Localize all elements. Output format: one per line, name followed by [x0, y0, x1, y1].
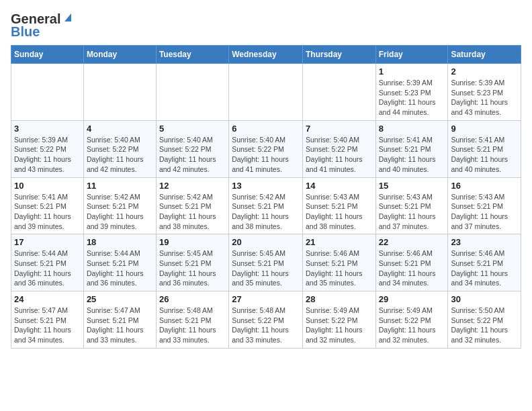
calendar-cell — [302, 64, 375, 121]
day-info: Sunrise: 5:46 AM Sunset: 5:21 PM Dayligh… — [451, 248, 518, 288]
day-number: 1 — [379, 66, 445, 77]
calendar-cell — [229, 64, 303, 121]
calendar-cell — [156, 64, 228, 121]
calendar-cell: 15Sunrise: 5:43 AM Sunset: 5:21 PM Dayli… — [375, 177, 448, 234]
day-number: 5 — [159, 124, 226, 134]
day-info: Sunrise: 5:40 AM Sunset: 5:22 PM Dayligh… — [87, 135, 153, 175]
day-info: Sunrise: 5:49 AM Sunset: 5:22 PM Dayligh… — [306, 306, 373, 345]
header-cell-sunday: Sunday — [11, 46, 84, 64]
day-info: Sunrise: 5:44 AM Sunset: 5:21 PM Dayligh… — [14, 248, 81, 288]
day-number: 9 — [451, 124, 518, 134]
day-info: Sunrise: 5:48 AM Sunset: 5:22 PM Dayligh… — [232, 306, 300, 345]
calendar-cell: 23Sunrise: 5:46 AM Sunset: 5:21 PM Dayli… — [448, 234, 521, 291]
day-number: 26 — [159, 294, 226, 304]
calendar-cell: 2Sunrise: 5:39 AM Sunset: 5:23 PM Daylig… — [448, 64, 521, 121]
day-number: 30 — [451, 294, 518, 304]
day-info: Sunrise: 5:47 AM Sunset: 5:21 PM Dayligh… — [87, 306, 153, 345]
day-info: Sunrise: 5:45 AM Sunset: 5:21 PM Dayligh… — [159, 248, 226, 288]
day-number: 24 — [14, 294, 81, 304]
calendar-cell: 14Sunrise: 5:43 AM Sunset: 5:21 PM Dayli… — [302, 177, 375, 234]
day-number: 4 — [87, 124, 153, 134]
calendar-cell: 6Sunrise: 5:40 AM Sunset: 5:22 PM Daylig… — [229, 120, 303, 177]
header-cell-thursday: Thursday — [302, 46, 375, 64]
day-info: Sunrise: 5:50 AM Sunset: 5:22 PM Dayligh… — [451, 306, 518, 345]
day-number: 12 — [159, 181, 226, 191]
header-cell-wednesday: Wednesday — [229, 46, 303, 64]
day-info: Sunrise: 5:40 AM Sunset: 5:22 PM Dayligh… — [306, 135, 373, 175]
page-header: General Blue — [11, 11, 521, 40]
calendar-cell: 16Sunrise: 5:43 AM Sunset: 5:21 PM Dayli… — [448, 177, 521, 234]
calendar-body: 1Sunrise: 5:39 AM Sunset: 5:23 PM Daylig… — [11, 64, 521, 349]
day-info: Sunrise: 5:46 AM Sunset: 5:21 PM Dayligh… — [379, 248, 445, 288]
day-number: 2 — [451, 66, 518, 77]
day-info: Sunrise: 5:49 AM Sunset: 5:22 PM Dayligh… — [379, 306, 445, 345]
calendar-cell: 26Sunrise: 5:48 AM Sunset: 5:21 PM Dayli… — [156, 291, 228, 349]
day-number: 7 — [306, 124, 373, 134]
day-info: Sunrise: 5:41 AM Sunset: 5:21 PM Dayligh… — [379, 135, 445, 175]
calendar-cell: 12Sunrise: 5:42 AM Sunset: 5:21 PM Dayli… — [156, 177, 228, 234]
calendar-cell — [83, 64, 156, 121]
day-number: 6 — [232, 124, 300, 134]
header-cell-friday: Friday — [375, 46, 448, 64]
svg-marker-0 — [64, 13, 71, 21]
day-info: Sunrise: 5:41 AM Sunset: 5:21 PM Dayligh… — [14, 192, 81, 232]
day-info: Sunrise: 5:45 AM Sunset: 5:21 PM Dayligh… — [232, 248, 300, 288]
calendar-cell: 10Sunrise: 5:41 AM Sunset: 5:21 PM Dayli… — [11, 177, 84, 234]
logo-blue-text: Blue — [11, 24, 40, 40]
calendar-cell: 4Sunrise: 5:40 AM Sunset: 5:22 PM Daylig… — [83, 120, 156, 177]
calendar-cell: 9Sunrise: 5:41 AM Sunset: 5:21 PM Daylig… — [448, 120, 521, 177]
calendar-cell — [11, 64, 84, 121]
calendar-week-row: 17Sunrise: 5:44 AM Sunset: 5:21 PM Dayli… — [11, 234, 521, 291]
day-info: Sunrise: 5:40 AM Sunset: 5:22 PM Dayligh… — [159, 135, 226, 175]
calendar-cell: 5Sunrise: 5:40 AM Sunset: 5:22 PM Daylig… — [156, 120, 228, 177]
calendar-cell: 13Sunrise: 5:42 AM Sunset: 5:21 PM Dayli… — [229, 177, 303, 234]
day-number: 16 — [451, 181, 518, 191]
day-number: 14 — [306, 181, 373, 191]
header-cell-tuesday: Tuesday — [156, 46, 228, 64]
day-number: 10 — [14, 181, 81, 191]
day-info: Sunrise: 5:44 AM Sunset: 5:21 PM Dayligh… — [87, 248, 153, 288]
day-number: 11 — [87, 181, 153, 191]
calendar-table: SundayMondayTuesdayWednesdayThursdayFrid… — [11, 45, 521, 349]
calendar-cell: 18Sunrise: 5:44 AM Sunset: 5:21 PM Dayli… — [83, 234, 156, 291]
day-info: Sunrise: 5:42 AM Sunset: 5:21 PM Dayligh… — [87, 192, 153, 232]
day-number: 21 — [306, 237, 373, 247]
calendar-cell: 3Sunrise: 5:39 AM Sunset: 5:22 PM Daylig… — [11, 120, 84, 177]
calendar-cell: 21Sunrise: 5:46 AM Sunset: 5:21 PM Dayli… — [302, 234, 375, 291]
day-number: 23 — [451, 237, 518, 247]
day-info: Sunrise: 5:43 AM Sunset: 5:21 PM Dayligh… — [306, 192, 373, 232]
day-info: Sunrise: 5:39 AM Sunset: 5:23 PM Dayligh… — [379, 78, 445, 118]
calendar-cell: 17Sunrise: 5:44 AM Sunset: 5:21 PM Dayli… — [11, 234, 84, 291]
calendar-cell: 28Sunrise: 5:49 AM Sunset: 5:22 PM Dayli… — [302, 291, 375, 349]
day-info: Sunrise: 5:43 AM Sunset: 5:21 PM Dayligh… — [379, 192, 445, 232]
day-number: 3 — [14, 124, 81, 134]
day-number: 27 — [232, 294, 300, 304]
day-number: 15 — [379, 181, 445, 191]
day-number: 18 — [87, 237, 153, 247]
calendar-week-row: 1Sunrise: 5:39 AM Sunset: 5:23 PM Daylig… — [11, 64, 521, 121]
day-number: 19 — [159, 237, 226, 247]
header-cell-monday: Monday — [83, 46, 156, 64]
day-number: 17 — [14, 237, 81, 247]
calendar-week-row: 10Sunrise: 5:41 AM Sunset: 5:21 PM Dayli… — [11, 177, 521, 234]
day-info: Sunrise: 5:48 AM Sunset: 5:21 PM Dayligh… — [159, 306, 226, 345]
calendar-cell: 25Sunrise: 5:47 AM Sunset: 5:21 PM Dayli… — [83, 291, 156, 349]
day-info: Sunrise: 5:47 AM Sunset: 5:21 PM Dayligh… — [14, 306, 81, 345]
calendar-cell: 7Sunrise: 5:40 AM Sunset: 5:22 PM Daylig… — [302, 120, 375, 177]
calendar-cell: 11Sunrise: 5:42 AM Sunset: 5:21 PM Dayli… — [83, 177, 156, 234]
calendar-cell: 1Sunrise: 5:39 AM Sunset: 5:23 PM Daylig… — [375, 64, 448, 121]
day-info: Sunrise: 5:42 AM Sunset: 5:21 PM Dayligh… — [159, 192, 226, 232]
day-number: 22 — [379, 237, 445, 247]
logo-arrow-icon — [62, 11, 74, 26]
calendar-cell: 29Sunrise: 5:49 AM Sunset: 5:22 PM Dayli… — [375, 291, 448, 349]
calendar-header-row: SundayMondayTuesdayWednesdayThursdayFrid… — [11, 46, 521, 64]
day-number: 13 — [232, 181, 300, 191]
calendar-cell: 30Sunrise: 5:50 AM Sunset: 5:22 PM Dayli… — [448, 291, 521, 349]
day-info: Sunrise: 5:41 AM Sunset: 5:21 PM Dayligh… — [451, 135, 518, 175]
calendar-week-row: 3Sunrise: 5:39 AM Sunset: 5:22 PM Daylig… — [11, 120, 521, 177]
calendar-cell: 27Sunrise: 5:48 AM Sunset: 5:22 PM Dayli… — [229, 291, 303, 349]
day-info: Sunrise: 5:39 AM Sunset: 5:23 PM Dayligh… — [451, 78, 518, 118]
day-info: Sunrise: 5:39 AM Sunset: 5:22 PM Dayligh… — [14, 135, 81, 175]
calendar-cell: 19Sunrise: 5:45 AM Sunset: 5:21 PM Dayli… — [156, 234, 228, 291]
header-cell-saturday: Saturday — [448, 46, 521, 64]
